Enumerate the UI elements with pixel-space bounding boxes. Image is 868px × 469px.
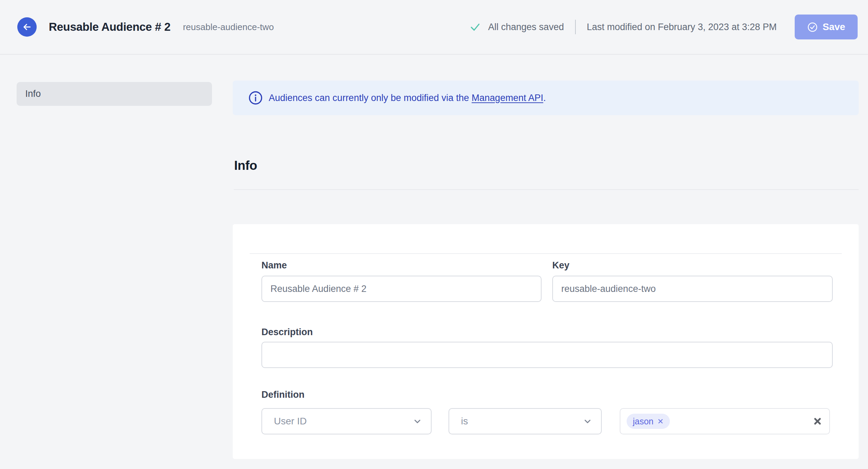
arrow-left-icon <box>22 22 32 32</box>
chip-remove-x-icon[interactable] <box>657 418 664 424</box>
page-title: Reusable Audience # 2 <box>49 20 170 34</box>
last-modified-text: Last modified on February 3, 2023 at 3:2… <box>587 22 777 33</box>
banner-text: Audiences can currently only be modified… <box>269 93 546 103</box>
description-label: Description <box>261 327 313 338</box>
save-button-label: Save <box>823 21 845 33</box>
section-divider <box>234 189 859 190</box>
saved-status: All changes saved <box>470 21 564 33</box>
info-banner: Audiences can currently only be modified… <box>233 81 859 115</box>
banner-text-before: Audiences can currently only be modified… <box>269 93 472 103</box>
sidebar-item-info[interactable]: Info <box>17 82 212 106</box>
header-bar: Reusable Audience # 2 reusable-audience-… <box>0 0 868 55</box>
check-icon <box>470 21 481 33</box>
value-chip: jason <box>627 414 670 429</box>
chevron-down-icon <box>413 417 422 426</box>
section-title: Info <box>234 158 257 173</box>
circle-check-icon <box>807 22 818 33</box>
definition-label: Definition <box>261 389 304 400</box>
trait-dropdown[interactable]: User ID <box>261 408 432 434</box>
operator-dropdown-value: is <box>461 416 468 427</box>
chevron-down-icon <box>583 417 592 426</box>
value-token-input[interactable]: jason <box>620 408 830 434</box>
info-form-card: Name Key Description Definition User ID … <box>233 224 859 459</box>
card-top-divider <box>250 253 842 254</box>
banner-text-after: . <box>543 93 546 103</box>
name-input[interactable] <box>261 276 542 302</box>
value-chip-label: jason <box>633 416 654 426</box>
saved-status-text: All changes saved <box>488 22 564 33</box>
key-input[interactable] <box>552 276 833 302</box>
back-button[interactable] <box>17 17 37 37</box>
name-label: Name <box>261 260 287 271</box>
clear-values-x-icon[interactable] <box>813 417 822 425</box>
description-input[interactable] <box>261 342 833 368</box>
info-circle-icon <box>248 91 263 105</box>
management-api-link[interactable]: Management API <box>472 93 543 103</box>
page-slug: reusable-audience-two <box>183 22 274 33</box>
key-label: Key <box>552 260 570 271</box>
trait-dropdown-value: User ID <box>274 416 307 427</box>
operator-dropdown[interactable]: is <box>449 408 602 434</box>
header-divider <box>575 20 576 34</box>
sidebar-item-label: Info <box>25 89 41 99</box>
save-button[interactable]: Save <box>795 15 858 39</box>
audience-edit-page: Reusable Audience # 2 reusable-audience-… <box>0 0 868 469</box>
